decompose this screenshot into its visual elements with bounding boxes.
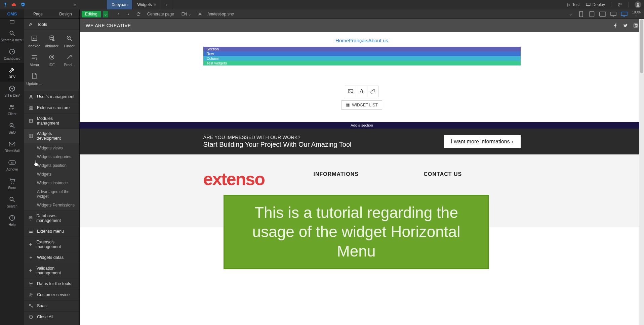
acc-customer-service[interactable]: Customer service — [24, 289, 79, 300]
device-mobile[interactable] — [577, 11, 586, 17]
reload-button[interactable] — [134, 11, 143, 17]
tools-header[interactable]: Tools — [24, 19, 79, 30]
cta-button[interactable]: I want more informations › — [444, 135, 521, 148]
tool-prod[interactable]: Prod... — [61, 51, 78, 69]
rail-brand[interactable]: CMS — [0, 9, 24, 19]
panel-tab-design[interactable]: Design — [52, 9, 79, 18]
tool-ide[interactable]: IDE — [43, 51, 61, 69]
rail-item-help[interactable]: Help — [0, 211, 24, 229]
acc-modules-management[interactable]: Modules managment — [24, 113, 79, 128]
tool-update[interactable]: Update ... — [26, 70, 43, 88]
acc-label: Close All — [37, 315, 53, 319]
tab-add[interactable]: ＋ — [161, 0, 172, 9]
acc-users-management[interactable]: User's management — [24, 91, 79, 102]
svg-rect-59 — [348, 104, 350, 105]
acc-label: Extenso structure — [37, 105, 70, 110]
key-icon — [28, 303, 34, 309]
rail-item-directmail[interactable]: DirectMail — [0, 137, 24, 155]
collapse-left-panel-icon[interactable]: « — [73, 2, 76, 7]
device-desktop[interactable] — [609, 11, 618, 17]
nav-home[interactable]: Home — [335, 38, 349, 43]
sub-widgets-position[interactable]: Widgets position — [36, 162, 79, 169]
svg-rect-1 — [587, 6, 589, 6]
chevron-down-icon: ⌄ — [188, 12, 191, 16]
test-button[interactable]: ▷Test — [567, 2, 580, 7]
builder-bar-test-widgets[interactable]: Test widgets — [203, 61, 521, 65]
sub-advantages-widget[interactable]: Advantages of the widget — [36, 188, 79, 200]
rail-brand-sub-icon[interactable] — [0, 19, 24, 26]
external-link-icon[interactable] — [617, 2, 622, 7]
builder-bar-section[interactable]: Section — [203, 47, 521, 51]
rail-item-dashboard[interactable]: Dashboard — [0, 45, 24, 63]
page-settings-button[interactable] — [196, 11, 204, 17]
builder-bar-row[interactable]: Row — [203, 51, 521, 56]
sub-widgets-permissions[interactable]: Widgets Permissions — [36, 202, 79, 208]
tool-menu[interactable]: Menu — [26, 51, 43, 69]
rail-item-store[interactable]: Store — [0, 174, 24, 192]
rail-item-search-menu[interactable]: Search a menu — [0, 26, 24, 45]
nav-forward-button[interactable]: › — [124, 11, 132, 17]
sub-widgets-categories[interactable]: Widgets categories — [36, 153, 79, 160]
page-dropdown[interactable]: ⌄ — [567, 11, 575, 17]
acc-datas-for-tools[interactable]: Datas for the tools — [24, 278, 79, 289]
rail-item-adnove[interactable]: ad Adnove — [0, 155, 24, 174]
footer-col-title: INFORMATIONS — [314, 171, 410, 177]
sub-widgets-views[interactable]: Widgets views — [36, 145, 79, 151]
settings-icon[interactable] — [20, 2, 26, 7]
device-full[interactable] — [620, 11, 629, 17]
widget-list-button[interactable]: WIDGET LIST — [341, 100, 382, 110]
sub-widgets-instance[interactable]: Widgets instance — [36, 180, 79, 186]
generate-page-button[interactable]: Generate page — [145, 11, 177, 17]
acc-databases-management[interactable]: Databases management — [24, 211, 79, 226]
scrollbar-thumb[interactable] — [640, 19, 643, 73]
twitter-icon[interactable] — [623, 23, 628, 28]
rail-item-search[interactable]: Search — [0, 192, 24, 211]
device-tablet-landscape[interactable] — [598, 11, 607, 17]
tab-widgets[interactable]: Widgets× — [132, 0, 161, 9]
acc-close-all[interactable]: Close All — [24, 311, 79, 322]
insert-link-button[interactable] — [367, 86, 378, 97]
acc-extenso-menu[interactable]: Extenso menu — [24, 226, 79, 237]
add-section-button[interactable]: Add a section — [80, 122, 644, 129]
info-icon — [8, 214, 16, 222]
acc-saas[interactable]: Saas — [24, 300, 79, 311]
rail-item-dev[interactable]: DEV — [0, 63, 24, 82]
editing-mode-button[interactable]: Editing — [82, 11, 101, 17]
device-tablet-portrait[interactable] — [588, 11, 596, 17]
nav-francais[interactable]: Français — [349, 38, 368, 43]
cta-inner: ARE YOU IMPRESSED WITH OUR WORK? Start B… — [203, 135, 521, 148]
acc-extenso-structure[interactable]: Extenso structure — [24, 102, 79, 113]
zoom-control[interactable]: 100%↔ — [631, 11, 642, 17]
acc-validation-management[interactable]: Validation management — [24, 263, 79, 278]
dev-panel: Page Design Tools dbexec dbfinder Finder… — [24, 9, 80, 325]
nav-about[interactable]: About us — [368, 38, 388, 43]
nav-back-button[interactable]: ‹ — [114, 11, 122, 17]
acc-extenso-management[interactable]: Extenso's management — [24, 237, 79, 252]
acc-widgets-datas[interactable]: Widgets datas — [24, 252, 79, 263]
close-icon[interactable]: × — [154, 2, 156, 7]
sub-widgets[interactable]: Widgets — [36, 171, 79, 178]
tool-dbfinder[interactable]: dbfinder — [43, 33, 61, 50]
tool-finder[interactable]: Finder — [61, 33, 78, 50]
linkedin-icon[interactable] — [633, 23, 638, 28]
tab-xueyuan[interactable]: Xueyuan — [107, 0, 132, 9]
rail-item-site-dev[interactable]: SITE-DEV — [0, 82, 24, 100]
user-avatar[interactable] — [635, 1, 641, 8]
deploy-button[interactable]: Deploy — [586, 2, 605, 7]
language-select[interactable]: EN⌄ — [179, 11, 194, 17]
panel-tab-page[interactable]: Page — [24, 9, 52, 18]
insert-text-button[interactable]: A — [356, 86, 367, 97]
tool-dbexec[interactable]: dbexec — [26, 33, 43, 50]
canvas-scrollbar[interactable] — [639, 19, 644, 325]
tool-label: dbfinder — [45, 44, 58, 48]
cloud-icon[interactable] — [11, 2, 17, 7]
page-canvas[interactable]: WE ARE CREATIVE HomeFrançaisAbout us Sec… — [80, 19, 644, 325]
rail-item-client[interactable]: Client — [0, 100, 24, 119]
editing-mode-caret[interactable]: ⌄ — [103, 11, 108, 17]
acc-widgets-development[interactable]: Widgets development — [24, 128, 79, 143]
insert-image-button[interactable] — [345, 86, 356, 97]
facebook-icon[interactable] — [613, 23, 618, 28]
nav-label: About us — [368, 38, 388, 43]
builder-bar-column[interactable]: Column — [203, 56, 521, 61]
rail-item-seo[interactable]: SEO — [0, 119, 24, 137]
